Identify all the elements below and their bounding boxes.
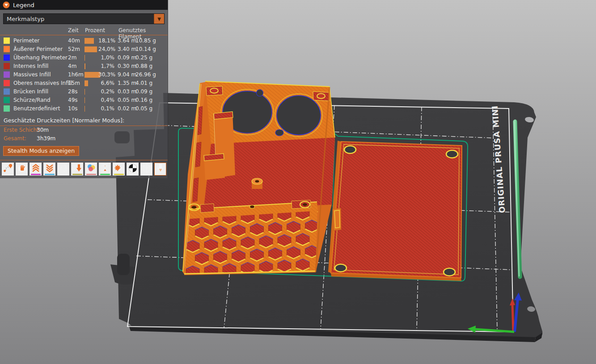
filament-length: 0.09 m <box>118 54 136 61</box>
feature-percent: 18,1% <box>98 38 114 44</box>
collapse-arrow-icon[interactable] <box>3 1 10 8</box>
feature-percent: 0,4% <box>98 97 114 103</box>
custom-gcodes-icon <box>114 163 124 173</box>
feature-percent: 1,7% <box>98 63 114 69</box>
filament-length: 0.05 m <box>118 97 136 103</box>
feature-label: Benutzerdefiniert <box>13 105 60 112</box>
pause-prints-button[interactable] <box>99 163 111 176</box>
retractions-button[interactable] <box>30 163 42 176</box>
feature-type-list: Perimeter40m18,1%3.64 m10.85 gÄußerer Pe… <box>0 35 168 115</box>
percent-bar <box>85 80 88 86</box>
percent-bar <box>85 106 85 112</box>
gcode-preview-window: ORIGINAL PRUSA MINI <box>0 0 596 364</box>
feature-type-row[interactable]: Massives Infill1h6m30,3%9.04 m26.96 g <box>0 71 168 79</box>
travel-moves-icon <box>3 163 13 173</box>
filament-length: 1.35 m <box>118 80 136 86</box>
feature-color-swatch <box>4 80 10 86</box>
color-changes-button[interactable] <box>85 163 97 176</box>
tool-marker-button[interactable] <box>154 163 166 176</box>
filament-length: 9.04 m <box>118 71 136 78</box>
wipe-moves-icon <box>17 163 27 173</box>
view-options-toolbar <box>0 160 168 178</box>
shells-icon <box>141 163 152 173</box>
filament-weight: 0.05 g <box>135 105 152 112</box>
feature-type-row[interactable]: Schürze/Rand49s0,4%0.05 m0.16 g <box>0 96 168 105</box>
col-time: Zeit <box>68 27 79 33</box>
total-label: Gesamt: <box>4 135 26 142</box>
custom-gcodes-button[interactable] <box>113 163 125 176</box>
feature-type-row[interactable]: Internes Infill4m1,7%0.30 m0.88 g <box>0 62 168 71</box>
filament-weight: 0.16 g <box>135 97 152 103</box>
deretractions-button[interactable] <box>43 163 55 176</box>
shells-button[interactable] <box>140 163 152 176</box>
lid-side-tab <box>333 208 341 230</box>
view-type-dropdown[interactable]: Merkmalstyp ▼ <box>3 13 165 24</box>
tool-marker-icon <box>155 163 166 173</box>
filament-length: 0.02 m <box>118 105 136 112</box>
feature-type-row[interactable]: Äußerer Perimeter52m24,0%3.40 m10.14 g <box>0 45 168 54</box>
total-value: 3h39m <box>37 135 55 142</box>
feature-type-row[interactable]: Benutzerdefiniert10s0,1%0.02 m0.05 g <box>0 105 168 113</box>
pause-prints-icon <box>100 163 110 173</box>
seams-button[interactable] <box>57 163 69 176</box>
feature-label: Schürze/Rand <box>13 97 51 103</box>
model-lid-plate[interactable] <box>328 141 462 281</box>
estimates-heading: Geschätzte Druckzeiten [Normaler Modus]: <box>0 115 168 126</box>
feature-time: 49s <box>68 97 78 103</box>
center-of-mass-button[interactable] <box>127 163 139 176</box>
percent-bar <box>85 38 94 44</box>
percent-bar <box>85 72 100 78</box>
feature-type-row[interactable]: Oberes massives Infill15m6,6%1.35 m4.01 … <box>0 79 168 88</box>
filament-weight: 0.09 g <box>135 88 152 95</box>
filament-weight: 10.85 g <box>135 38 156 44</box>
travel-moves-button[interactable] <box>2 163 14 176</box>
feature-color-swatch <box>4 54 10 61</box>
feature-color-swatch <box>4 88 10 95</box>
feature-label: Überhang Perimeter <box>13 54 68 61</box>
legend-panel: Legend Merkmalstyp ▼ Zeit Prozent Genutz… <box>0 0 168 178</box>
total-time-row: Gesamt: 3h39m <box>0 134 168 143</box>
seams-icon <box>58 163 69 173</box>
filament-weight: 0.25 g <box>135 54 152 61</box>
percent-bar <box>85 46 97 52</box>
feature-label: Perimeter <box>13 38 40 44</box>
feature-percent: 6,6% <box>98 80 114 86</box>
wipe-moves-button[interactable] <box>16 163 28 176</box>
legend-header[interactable]: Legend <box>0 0 168 10</box>
percent-bar <box>85 97 85 103</box>
stealth-mode-button[interactable]: Stealth Modus anzeigen <box>3 146 79 156</box>
feature-percent: 30,3% <box>98 71 114 78</box>
tool-changes-button[interactable] <box>71 163 83 176</box>
col-percent: Prozent <box>85 27 105 33</box>
feature-percent: 24,0% <box>98 46 114 52</box>
color-changes-icon <box>86 163 97 173</box>
filament-length: 3.40 m <box>118 46 136 52</box>
feature-type-row[interactable]: Brücken Infill28s0,2%0.03 m0.09 g <box>0 88 168 96</box>
model-enclosure-box[interactable] <box>182 81 335 278</box>
feature-label: Internes Infill <box>13 63 48 69</box>
percent-bar <box>85 63 85 69</box>
view-type-value: Merkmalstyp <box>4 16 154 22</box>
first-layer-value: 30m <box>37 127 49 133</box>
feature-type-row[interactable]: Perimeter40m18,1%3.64 m10.85 g <box>0 37 168 45</box>
dropdown-arrow-icon[interactable]: ▼ <box>154 14 164 24</box>
feature-time: 28s <box>68 88 78 95</box>
feature-color-swatch <box>4 63 10 69</box>
feature-color-swatch <box>4 38 10 44</box>
honeycomb-vents <box>186 208 319 278</box>
feature-time: 52m <box>68 46 80 52</box>
deretractions-icon <box>44 163 55 173</box>
feature-color-swatch <box>4 46 10 52</box>
feature-label: Brücken Infill <box>13 88 48 95</box>
feature-type-row[interactable]: Überhang Perimeter2m1,0%0.09 m0.25 g <box>0 54 168 62</box>
feature-time: 4m <box>68 63 76 69</box>
feature-label: Massives Infill <box>13 71 51 78</box>
feature-label: Oberes massives Infill <box>13 80 72 86</box>
filament-weight: 26.96 g <box>135 71 156 78</box>
feature-time: 10s <box>68 105 78 112</box>
retractions-icon <box>30 163 41 173</box>
feature-percent: 1,0% <box>98 54 114 61</box>
feature-color-swatch <box>4 97 10 103</box>
fan-hole-right <box>277 96 321 135</box>
feature-time: 1h6m <box>68 71 84 78</box>
